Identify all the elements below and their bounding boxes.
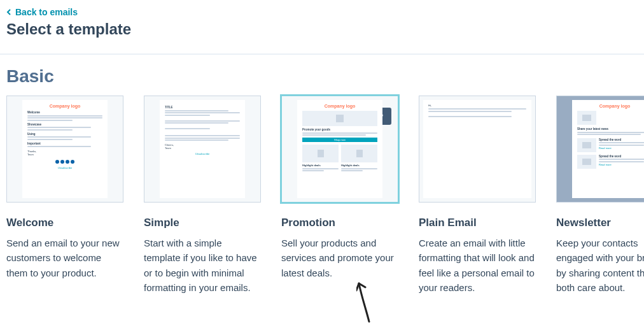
template-thumb-newsletter[interactable]: Company logo Share your latest news Spre…: [556, 96, 644, 203]
template-thumb-plain[interactable]: Hi,: [419, 96, 536, 203]
template-thumb-simple[interactable]: TITLE Cheers, Team Unsubscribe: [144, 96, 261, 203]
template-card-simple[interactable]: TITLE Cheers, Team Unsubscribe Simple St…: [144, 96, 261, 295]
template-card-welcome[interactable]: Company logo Welcome Showcase Using Impo…: [6, 96, 123, 295]
chevron-left-icon: [6, 9, 13, 15]
template-title: Newsletter: [556, 217, 644, 229]
template-description: Start with a simple template if you like…: [144, 236, 261, 295]
template-title: Simple: [144, 217, 261, 229]
template-card-promotion[interactable]: Preview Company logo Promote your goods …: [281, 96, 398, 295]
template-description: Send an email to your new customers to w…: [6, 236, 123, 280]
page-title: Select a template: [6, 20, 638, 38]
template-card-plain-email[interactable]: Hi, Plain Email Create an email with lit…: [419, 96, 536, 295]
template-description: Keep your contacts engaged with your bra…: [556, 236, 644, 295]
template-description: Create an email with little formatting t…: [419, 236, 536, 295]
divider: [0, 53, 644, 55]
section-title: Basic: [0, 66, 644, 96]
template-thumb-welcome[interactable]: Company logo Welcome Showcase Using Impo…: [6, 96, 123, 203]
back-to-emails-link[interactable]: Back to emails: [6, 7, 78, 17]
template-description: Sell your products and services and prom…: [281, 236, 398, 280]
templates-grid: Company logo Welcome Showcase Using Impo…: [0, 96, 644, 295]
template-title: Promotion: [281, 217, 398, 229]
template-thumb-promotion[interactable]: Preview Company logo Promote your goods …: [281, 96, 398, 203]
template-title: Welcome: [6, 217, 123, 229]
template-card-newsletter[interactable]: Company logo Share your latest news Spre…: [556, 96, 644, 295]
template-title: Plain Email: [419, 217, 536, 229]
back-link-label: Back to emails: [15, 7, 78, 17]
